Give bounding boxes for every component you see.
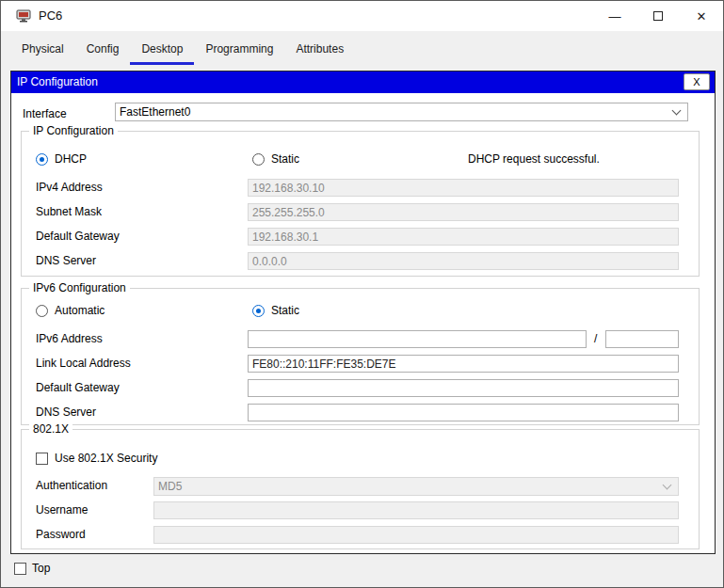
ip-configuration-dialog: IP Configuration X Interface FastEtherne… (10, 71, 716, 554)
username-label: Username (36, 501, 88, 519)
maximize-icon (653, 11, 663, 21)
window-title: PC6 (39, 8, 62, 23)
authentication-label: Authentication (36, 477, 107, 495)
tab-desktop[interactable]: Desktop (130, 36, 194, 65)
subnet-mask-field (248, 203, 679, 221)
footer: Top (1, 554, 723, 588)
authentication-select: MD5 (153, 477, 679, 496)
window-controls: — ✕ (593, 1, 723, 31)
dialog-header: IP Configuration X (11, 72, 715, 93)
ipv6-configuration-group: IPv6 Configuration Automatic Static IPv6… (21, 288, 700, 425)
ipv4-default-gateway-field (248, 228, 679, 246)
ipv6-dns-server-label: DNS Server (36, 404, 96, 421)
dot1x-group: 802.1X Use 802.1X Security Authenticatio… (21, 429, 700, 549)
dhcp-status-text: DHCP request successful. (468, 151, 600, 168)
use-dot1x-security-label[interactable]: Use 802.1X Security (55, 450, 157, 468)
ipv6-configuration-group-title: IPv6 Configuration (29, 281, 130, 294)
ipv6-automatic-radio-label[interactable]: Automatic (55, 302, 105, 320)
dialog-close-button[interactable]: X (684, 73, 710, 90)
chevron-down-icon (663, 480, 672, 489)
dot1x-group-title: 802.1X (29, 422, 72, 436)
ipv6-automatic-radio[interactable] (36, 305, 48, 317)
ipv6-static-radio[interactable] (252, 305, 265, 317)
ip-configuration-group-title: IP Configuration (29, 124, 118, 137)
tab-programming[interactable]: Programming (194, 36, 284, 65)
ipv6-prefix-field[interactable] (605, 330, 679, 348)
authentication-select-value: MD5 (158, 480, 182, 493)
ipv6-address-label: IPv6 Address (36, 330, 103, 348)
top-checkbox[interactable] (14, 563, 26, 575)
minimize-button[interactable]: — (593, 1, 636, 31)
use-dot1x-security-checkbox[interactable] (36, 453, 48, 465)
ipv4-dns-server-field (248, 252, 679, 270)
password-field (153, 526, 679, 544)
ipv6-address-field[interactable] (248, 330, 587, 348)
ipv6-dns-server-field[interactable] (248, 404, 679, 421)
close-button[interactable]: ✕ (680, 1, 723, 31)
link-local-address-field[interactable] (248, 355, 679, 373)
minimize-icon: — (609, 9, 621, 24)
ipv4-default-gateway-label: Default Gateway (36, 228, 120, 246)
static-ipv4-radio-label[interactable]: Static (271, 151, 299, 168)
tab-physical[interactable]: Physical (10, 36, 75, 65)
dialog-title: IP Configuration (17, 75, 98, 88)
ipv4-address-label: IPv4 Address (36, 179, 103, 197)
tab-attributes[interactable]: Attributes (284, 36, 355, 65)
top-checkbox-label[interactable]: Top (32, 560, 50, 578)
ipv4-dns-server-label: DNS Server (36, 252, 96, 270)
dhcp-radio-label[interactable]: DHCP (55, 151, 87, 168)
pc-icon (15, 8, 32, 24)
maximize-button[interactable] (636, 1, 680, 31)
password-label: Password (36, 526, 86, 544)
username-field (153, 501, 679, 519)
link-local-address-label: Link Local Address (36, 355, 131, 373)
ip-configuration-group: IP Configuration DHCP Static DHCP reques… (21, 131, 700, 277)
tab-config[interactable]: Config (75, 36, 131, 65)
ipv4-address-field (248, 179, 679, 197)
close-icon: ✕ (697, 9, 707, 24)
ipv6-static-radio-label[interactable]: Static (271, 302, 299, 320)
dhcp-radio[interactable] (36, 153, 48, 166)
interface-label: Interface (23, 105, 67, 123)
chevron-down-icon (672, 105, 682, 115)
interface-select[interactable]: FastEthernet0 (115, 103, 688, 121)
tabbar: Physical Config Desktop Programming Attr… (1, 31, 723, 65)
ipv6-prefix-separator: / (594, 332, 597, 345)
titlebar: PC6 — ✕ (1, 1, 723, 31)
static-ipv4-radio[interactable] (252, 153, 265, 166)
window: PC6 — ✕ Physical Config Desktop Programm… (0, 0, 724, 588)
subnet-mask-label: Subnet Mask (36, 203, 102, 221)
ipv6-default-gateway-label: Default Gateway (36, 379, 120, 397)
ipv6-default-gateway-field[interactable] (248, 379, 679, 397)
interface-select-value: FastEthernet0 (120, 105, 190, 119)
